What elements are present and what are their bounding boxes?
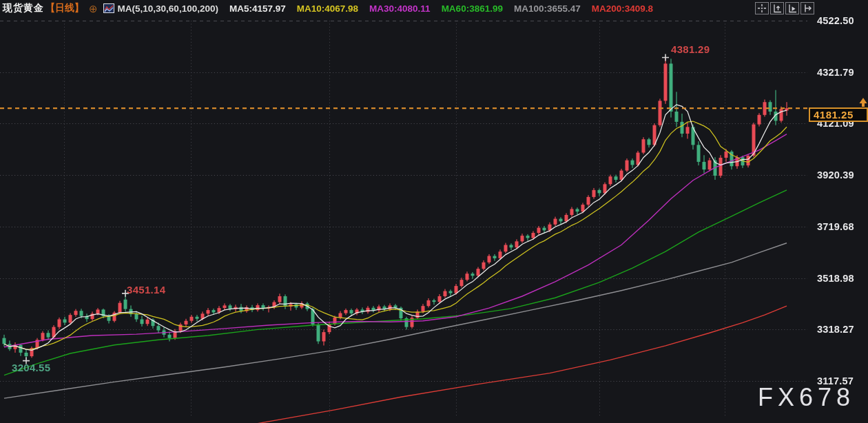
- auto-scale-icon[interactable]: [785, 2, 799, 14]
- axis-price-label: 4522.50: [817, 16, 868, 25]
- high-price-annotation: 4381.29: [671, 43, 710, 55]
- target-circle-plus-icon[interactable]: ⊕: [89, 3, 98, 14]
- pan-right-icon[interactable]: [800, 2, 814, 14]
- crosshair-icon[interactable]: [755, 2, 769, 14]
- swing-high-annotation: 3451.14: [127, 284, 165, 296]
- axis-price-label: 3920.39: [817, 170, 868, 180]
- ma-legend-item: MA200:3409.8: [592, 3, 653, 14]
- ma-legend-item: MA5:4157.97: [229, 3, 286, 14]
- axis-price-label: 3518.98: [817, 274, 868, 283]
- ma-params-label: MA(5,10,30,60,100,200): [118, 3, 218, 14]
- ma-legend-item: MA30:4080.11: [369, 3, 431, 14]
- ma-legend-item: MA10:4067.98: [297, 3, 358, 14]
- watermark: FX678: [758, 383, 855, 412]
- axis-price-label: 3117.57: [817, 376, 868, 386]
- chart-window: 现货黄金 【日线】 ⊕ MA(5,10,30,60,100,200) MA5:4…: [0, 0, 868, 423]
- ma-legend-item: MA60:3861.99: [442, 3, 503, 14]
- ma-legend: MA5:4157.97MA10:4067.98MA30:4080.11MA60:…: [218, 3, 653, 14]
- scale-y-axis-icon[interactable]: [770, 2, 784, 14]
- chart-header: 现货黄金 【日线】 ⊕ MA(5,10,30,60,100,200) MA5:4…: [3, 0, 653, 17]
- indicator-chart-icon[interactable]: [103, 3, 114, 13]
- ma-legend-item: MA100:3655.47: [514, 3, 581, 14]
- current-price-tag: 4181.25: [809, 107, 868, 122]
- chart-toolbar: [755, 2, 814, 14]
- axis-price-label: 3719.68: [817, 222, 868, 231]
- candlestick-chart[interactable]: [0, 0, 868, 423]
- current-price-value: 4181.25: [814, 109, 854, 121]
- axis-price-label: 3318.27: [817, 324, 868, 334]
- period-label[interactable]: 【日线】: [45, 2, 84, 14]
- swing-low-annotation: 3204.55: [12, 362, 50, 373]
- axis-price-label: 4321.79: [817, 68, 868, 77]
- instrument-title: 现货黄金: [3, 2, 44, 14]
